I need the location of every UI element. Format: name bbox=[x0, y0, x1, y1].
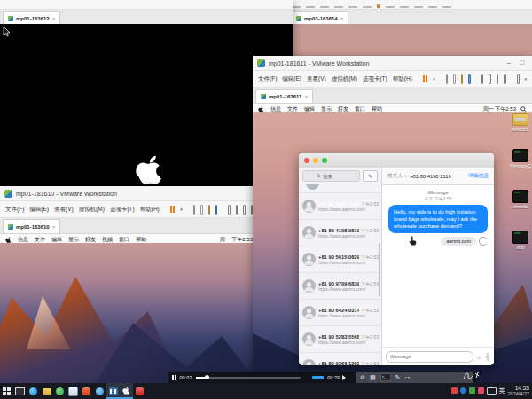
zoom-traffic-light[interactable] bbox=[322, 158, 327, 163]
revert-snapshot-icon[interactable] bbox=[208, 205, 210, 215]
fullscreen-icon[interactable] bbox=[497, 74, 499, 84]
conversation-item[interactable]: +81 80 4198 9819下午2:53 https://www.aartm… bbox=[299, 220, 381, 246]
revert-snapshot-icon[interactable] bbox=[461, 74, 464, 84]
taskbar-app-blue[interactable] bbox=[93, 383, 106, 399]
desktop-icon-imessaged[interactable]: iMessageD bbox=[509, 149, 532, 168]
tab-close-icon[interactable]: × bbox=[340, 16, 344, 21]
desktop-icon-showlo[interactable]: showlo bbox=[509, 190, 532, 209]
menu-vm[interactable]: 虚拟机(M) bbox=[332, 75, 357, 83]
window-title-bar[interactable]: mp01-181611 - VMware Workstation – □ bbox=[253, 56, 532, 71]
pause-vm-icon[interactable] bbox=[423, 75, 428, 82]
tray-icon-blue[interactable] bbox=[460, 387, 466, 394]
tray-icon-red[interactable] bbox=[451, 387, 458, 394]
messages-title-bar[interactable] bbox=[299, 153, 494, 168]
record-disabled-icon[interactable]: ⊘ bbox=[360, 374, 365, 380]
conversation-item[interactable]: +81 80 6424 0314下午2:53 https://www.aartm… bbox=[299, 300, 381, 326]
tray-icon-pink[interactable] bbox=[478, 387, 484, 394]
to-value[interactable]: +81 80 4190 2116 bbox=[410, 174, 450, 179]
conversation-item[interactable]: +81 90 5615 0829下午2:53 https://www.aartm… bbox=[299, 246, 381, 273]
task-view-button[interactable] bbox=[13, 383, 27, 399]
conversation-item[interactable]: +81 80 4190 2116下午2:53 https://www.aartm… bbox=[299, 193, 381, 220]
taskbar-explorer[interactable] bbox=[40, 383, 53, 399]
chevron-down-icon[interactable]: ▾ bbox=[180, 207, 183, 212]
snapshot-icon[interactable] bbox=[200, 205, 202, 215]
menu-view[interactable]: 查看(V) bbox=[307, 75, 326, 83]
folder-icon[interactable]: ▱ bbox=[404, 374, 409, 380]
taskbar-mac-app[interactable] bbox=[120, 383, 133, 399]
menu-file[interactable]: 文件(F) bbox=[258, 75, 277, 83]
film-icon[interactable]: ▤ bbox=[370, 374, 376, 380]
menu-tabs[interactable]: 选项卡(T) bbox=[363, 75, 387, 83]
scrollbar[interactable] bbox=[379, 243, 380, 296]
menu-file[interactable]: 文件(F) bbox=[5, 206, 24, 214]
chevron-down-icon[interactable]: ▾ bbox=[433, 76, 435, 82]
conversation-item[interactable]: +81 80 9366 1202下午2:53 https://www.aartm… bbox=[299, 353, 381, 365]
menu-view[interactable]: 查看(V) bbox=[54, 206, 74, 214]
microphone-icon[interactable] bbox=[485, 353, 490, 361]
menu-edit[interactable]: 编辑(E) bbox=[29, 206, 49, 214]
window-title-bar[interactable]: mp01-181610 - VMware Workstation bbox=[0, 186, 258, 201]
link-preview-pill[interactable]: aartmt.com bbox=[441, 237, 476, 246]
ime-indicator[interactable]: 英 bbox=[499, 387, 505, 395]
tray-icon-green[interactable] bbox=[469, 387, 475, 394]
close-traffic-light[interactable] bbox=[304, 158, 309, 163]
unity-icon[interactable] bbox=[504, 74, 506, 84]
snap-toolbar-icon[interactable] bbox=[517, 74, 520, 84]
send-ctrl-alt-del-icon[interactable] bbox=[446, 74, 449, 84]
tab-close-icon[interactable]: × bbox=[52, 224, 56, 230]
details-link[interactable]: 详细信息 bbox=[468, 172, 489, 180]
vm-screen-booting[interactable] bbox=[0, 24, 293, 186]
console-view-icon[interactable] bbox=[489, 74, 491, 84]
menu-help[interactable]: 帮助(H) bbox=[140, 206, 160, 214]
message-input[interactable] bbox=[386, 351, 473, 363]
snapshot-icon[interactable] bbox=[453, 74, 456, 84]
menu-help[interactable]: 帮助(H) bbox=[393, 75, 412, 83]
desktop-icon-stop[interactable]: stop bbox=[509, 231, 532, 250]
player-seek-slider[interactable] bbox=[196, 377, 301, 379]
taskbar-edge[interactable] bbox=[27, 383, 40, 399]
tab-mp01-163612[interactable]: mp01-163612 × bbox=[3, 11, 60, 25]
maximize-button[interactable]: □ bbox=[520, 59, 524, 66]
vm-screen-desktop[interactable] bbox=[0, 243, 258, 383]
tab-mp01-163611[interactable]: mp01-163611 × bbox=[255, 89, 313, 103]
conversation-item-partial[interactable] bbox=[299, 184, 381, 193]
start-button[interactable] bbox=[0, 383, 13, 399]
taskbar-app-doc[interactable] bbox=[66, 383, 80, 399]
pen-icon[interactable]: ✎ bbox=[395, 374, 401, 380]
menu-edit[interactable]: 编辑(E) bbox=[282, 75, 301, 83]
taskbar-app-red2[interactable] bbox=[133, 383, 146, 399]
conversation-item[interactable]: +81 90 9709 6839下午2:53 https://www.aartm… bbox=[299, 273, 381, 300]
tray-clock[interactable]: 14:53 2024/4/22 bbox=[508, 386, 529, 397]
seek-knob[interactable] bbox=[205, 375, 209, 379]
tab-mp03-163614[interactable]: mp03-163614 × bbox=[291, 11, 348, 25]
console-view-icon[interactable] bbox=[236, 205, 238, 215]
send-ctrl-alt-del-icon[interactable] bbox=[193, 205, 195, 215]
minimize-button[interactable]: – bbox=[507, 59, 511, 66]
show-library-icon[interactable] bbox=[481, 74, 484, 84]
show-library-icon[interactable] bbox=[228, 205, 230, 215]
vm-screen-desktop[interactable]: MACOS iMessageD showlo stop bbox=[253, 112, 532, 383]
taskbar-vmware[interactable] bbox=[106, 383, 120, 399]
manage-snapshots-icon[interactable] bbox=[468, 74, 471, 84]
menu-tabs[interactable]: 选项卡(T) bbox=[110, 206, 135, 214]
minimize-traffic-light[interactable] bbox=[313, 158, 318, 163]
tab-close-icon[interactable]: × bbox=[52, 16, 56, 21]
manage-snapshots-icon[interactable] bbox=[215, 205, 217, 215]
menu-vm[interactable]: 虚拟机(M) bbox=[79, 206, 105, 214]
compose-button[interactable]: ✎ bbox=[363, 170, 378, 182]
desktop-icon-macos[interactable]: MACOS bbox=[509, 113, 532, 132]
player-pause-icon[interactable] bbox=[172, 375, 176, 380]
emoji-icon[interactable]: ☺ bbox=[476, 354, 482, 360]
pause-vm-icon[interactable] bbox=[170, 206, 176, 213]
search-input[interactable] bbox=[323, 174, 346, 179]
chevron-down-icon[interactable]: ▾ bbox=[525, 76, 528, 82]
volume-icon[interactable] bbox=[342, 375, 348, 380]
taskbar-app-red[interactable] bbox=[80, 383, 93, 399]
tab-close-icon[interactable]: × bbox=[304, 94, 308, 99]
touch-keyboard-icon[interactable] bbox=[487, 387, 497, 395]
conversation-item[interactable]: +81 90 5283 5568下午2:53 https://www.aartm… bbox=[299, 326, 381, 353]
tab-mp01-163610[interactable]: mp01-163610 × bbox=[3, 219, 60, 233]
taskbar-app-green[interactable] bbox=[53, 383, 66, 399]
search-input-wrap[interactable] bbox=[302, 170, 360, 182]
terminal-icon[interactable]: >_ bbox=[380, 373, 391, 381]
